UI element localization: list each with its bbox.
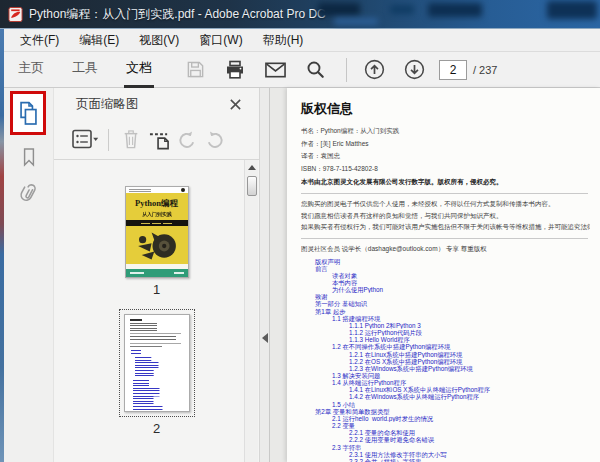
page-thumbnails-icon bbox=[18, 101, 39, 126]
toc-link[interactable]: 1.2 在不同操作系统中搭建Python编程环境 bbox=[301, 343, 590, 350]
page-total-label: / 237 bbox=[473, 64, 497, 76]
table-of-contents: 版权声明前言读者对象本书内容为什么使用Python致谢第一部分 基础知识第1章 … bbox=[301, 258, 590, 462]
cover-title: Python编程 bbox=[126, 198, 188, 210]
email-button[interactable] bbox=[258, 55, 292, 85]
toc-link[interactable]: 第一部分 基础知识 bbox=[301, 300, 590, 307]
save-icon bbox=[186, 60, 205, 79]
toc-link[interactable]: 第1章 起步 bbox=[301, 308, 590, 315]
rule bbox=[301, 238, 588, 239]
delete-pages-button[interactable] bbox=[117, 127, 145, 153]
search-button[interactable] bbox=[298, 55, 332, 85]
cover-subtitle: 从入门到实践 bbox=[129, 212, 185, 218]
toc-link[interactable]: 前言 bbox=[301, 265, 590, 272]
toc-link[interactable]: 1.1 搭建编程环境 bbox=[301, 315, 590, 322]
toc-link[interactable]: 2.3.1 使用方法修改字符串的大小写 bbox=[301, 451, 590, 458]
cover-machine-art bbox=[130, 228, 184, 264]
save-button[interactable] bbox=[178, 55, 212, 85]
attachments-icon bbox=[14, 178, 44, 208]
thumbnails-highlight-box bbox=[10, 91, 46, 135]
toc-link[interactable]: 2.3 字符串 bbox=[301, 444, 590, 451]
toolbar-tab-1[interactable]: 工具 bbox=[70, 52, 100, 88]
toc-link[interactable]: 1.3 解决安装问题 bbox=[301, 372, 590, 379]
print-button[interactable] bbox=[218, 55, 252, 85]
thumbnail-page-1-image[interactable]: Python编程 从入门到实践 bbox=[125, 186, 189, 278]
options-menu-button[interactable] bbox=[68, 127, 102, 153]
scroll-up-arrow-icon[interactable] bbox=[248, 165, 256, 170]
toolbar-tabs: 主页工具文档 bbox=[16, 52, 154, 88]
toc-link[interactable]: 1.5 小结 bbox=[301, 401, 590, 408]
toc-link[interactable]: 1.2.3 在Windows系统中搭建Python编程环境 bbox=[301, 365, 590, 372]
toc-link[interactable]: 2.3.2 合并（拼接）字符串 bbox=[301, 458, 590, 462]
trash-icon bbox=[122, 129, 140, 150]
thumbnail-page-2-image[interactable] bbox=[124, 314, 190, 412]
insert-pages-button[interactable] bbox=[145, 127, 173, 153]
scrollbar-thumb[interactable] bbox=[247, 176, 257, 196]
document-meta-line: 作者：[美] Eric Matthes bbox=[301, 138, 590, 151]
toc-link[interactable]: 1.2.2 在OS X系统中搭建Python编程环境 bbox=[301, 358, 590, 365]
toc-link[interactable]: 2.2.1 变量的命名和使用 bbox=[301, 429, 590, 436]
rotate-counterclockwise-button[interactable] bbox=[173, 127, 201, 153]
menu-item-3[interactable]: 窗口(W) bbox=[189, 29, 252, 52]
toc-link[interactable]: 2.1 运行hello_world.py时发生的情况 bbox=[301, 415, 590, 422]
censored-block bbox=[547, 1, 597, 19]
toolbar-tab-2[interactable]: 文档 bbox=[124, 52, 154, 88]
toc-link[interactable]: 为什么使用Python bbox=[301, 286, 590, 293]
toc-link[interactable]: 1.1.2 运行Python代码片段 bbox=[301, 329, 590, 336]
document-heading: 版权信息 bbox=[301, 100, 590, 118]
toc-link[interactable]: 版权声明 bbox=[301, 258, 590, 265]
thumbnail-page-1[interactable]: Python编程 从入门到实践 bbox=[54, 186, 259, 297]
toc-link[interactable]: 致谢 bbox=[301, 293, 590, 300]
toc-link[interactable]: 读者对象 bbox=[301, 272, 590, 279]
document-view: 版权信息 书名：Python编程：从入门到实践作者：[美] Eric Matth… bbox=[270, 88, 600, 462]
search-icon bbox=[306, 60, 325, 79]
toc-link[interactable]: 2.2.2 使用变量时避免命名错误 bbox=[301, 436, 590, 443]
menu-item-1[interactable]: 编辑(E) bbox=[69, 29, 129, 52]
toc-link[interactable]: 本书内容 bbox=[301, 279, 590, 286]
censored-block bbox=[428, 3, 482, 17]
menu-item-0[interactable]: 文件(F) bbox=[10, 29, 69, 52]
next-page-button[interactable] bbox=[397, 55, 431, 85]
page-up-icon bbox=[364, 59, 385, 80]
insert-pages-icon bbox=[149, 129, 170, 150]
license-text: 您购买的图灵电子书仅供您个人使用，未经授权，不得以任何方式复制和传播本书内容。我… bbox=[301, 198, 590, 233]
bookmarks-button[interactable] bbox=[4, 141, 54, 173]
thumbnails-list: Python编程 从入门到实践 bbox=[54, 160, 259, 462]
censored-block bbox=[390, 5, 414, 14]
panel-divider[interactable] bbox=[259, 88, 270, 462]
toolbar: 主页工具文档 bbox=[4, 52, 600, 88]
toc-link[interactable]: 1.4.2 在Windows系统中从终端运行Python程序 bbox=[301, 393, 590, 400]
toc-link[interactable]: 2.2 变量 bbox=[301, 422, 590, 429]
thumbnail-page-2[interactable]: 2 bbox=[54, 309, 259, 436]
acrobat-window: Python编程：从入门到实践.pdf - Adobe Acrobat Pro … bbox=[0, 0, 600, 462]
toolbar-tab-0[interactable]: 主页 bbox=[16, 52, 46, 88]
license-line: 如果购买者有侵权行为，我们可能对该用户实施包括但不限于关闭该帐号等维权措施，并可… bbox=[301, 221, 590, 233]
rotate-ccw-icon bbox=[177, 130, 197, 150]
close-panel-button[interactable] bbox=[227, 96, 243, 112]
page-number-input[interactable] bbox=[439, 60, 467, 80]
toc-link[interactable]: 1.4.1 在Linux和OS X系统中从终端运行Python程序 bbox=[301, 386, 590, 393]
document-meta-line: ISBN：978-7-115-42802-8 bbox=[301, 163, 590, 176]
bookmarks-icon bbox=[21, 147, 37, 167]
toc-link[interactable]: 1.2.1 在Linux系统中搭建Python编程环境 bbox=[301, 351, 590, 358]
toc-link[interactable]: 1.1.3 Hello World程序 bbox=[301, 336, 590, 343]
close-icon bbox=[229, 98, 242, 111]
document-page: 版权信息 书名：Python编程：从入门到实践作者：[美] Eric Matth… bbox=[287, 88, 600, 462]
title-bar: Python编程：从入门到实践.pdf - Adobe Acrobat Pro … bbox=[0, 0, 600, 29]
rotate-clockwise-button[interactable] bbox=[201, 127, 229, 153]
menu-item-2[interactable]: 视图(V) bbox=[129, 29, 189, 52]
options-menu-icon bbox=[72, 129, 99, 150]
collapse-panel-arrow-icon[interactable] bbox=[262, 333, 268, 343]
thumbnail-selection-border bbox=[119, 309, 195, 417]
attachments-button[interactable] bbox=[4, 177, 54, 209]
menu-item-4[interactable]: 帮助(H) bbox=[253, 29, 314, 52]
page-thumbnails-button[interactable] bbox=[18, 101, 39, 126]
panel-scrollbar[interactable] bbox=[244, 160, 258, 462]
thumbnails-panel: 页面缩略图 bbox=[54, 88, 259, 462]
member-watermark: 图灵社区会员 说学长（dashagke@outlook.com） 专享 尊重版权 bbox=[301, 243, 590, 255]
toc-link[interactable]: 1.4 从终端运行Python程序 bbox=[301, 379, 590, 386]
page-down-icon bbox=[404, 59, 425, 80]
toc-link[interactable]: 1.1.1 Python 2和Python 3 bbox=[301, 322, 590, 329]
license-line: 您购买的图灵电子书仅供您个人使用，未经授权，不得以任何方式复制和传播本书内容。 bbox=[301, 198, 590, 210]
toc-link[interactable]: 第2章 变量和简单数据类型 bbox=[301, 408, 590, 415]
previous-page-button[interactable] bbox=[357, 55, 391, 85]
